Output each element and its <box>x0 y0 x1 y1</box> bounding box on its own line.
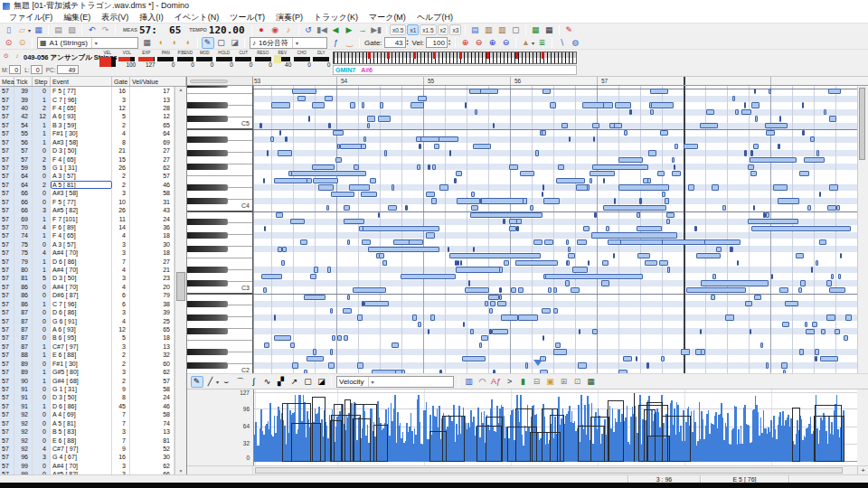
midi-note[interactable] <box>578 362 588 368</box>
col-header-mea[interactable]: Mea <box>0 77 14 86</box>
midi-note[interactable] <box>544 239 552 245</box>
midi-note[interactable] <box>558 164 564 170</box>
speed-x1.5[interactable]: x1.5 <box>420 24 436 35</box>
midi-note[interactable] <box>603 178 605 183</box>
midi-note[interactable] <box>367 123 370 128</box>
midi-note[interactable] <box>439 184 449 190</box>
event-row[interactable]: 57640A 3 [ 57]257 <box>0 172 186 180</box>
midi-note[interactable] <box>688 184 694 190</box>
midi-note[interactable] <box>783 370 786 373</box>
midi-note[interactable] <box>666 212 675 218</box>
midi-note[interactable] <box>648 150 656 155</box>
midi-note[interactable] <box>590 178 592 183</box>
instrument-list-icon[interactable]: ▥ <box>482 24 495 36</box>
midi-note[interactable] <box>542 184 544 190</box>
meter-bar[interactable] <box>118 57 135 61</box>
midi-note[interactable] <box>308 116 310 121</box>
midi-note[interactable] <box>636 356 637 361</box>
note-grid[interactable] <box>253 86 857 373</box>
step-forward-icon[interactable]: → <box>356 24 369 36</box>
midi-note[interactable] <box>501 314 519 320</box>
midi-note[interactable] <box>370 178 376 183</box>
midi-note[interactable] <box>310 274 316 279</box>
midi-note[interactable] <box>650 89 668 94</box>
midi-note[interactable] <box>737 260 739 266</box>
midi-note[interactable] <box>439 370 442 373</box>
midi-note[interactable] <box>401 274 457 279</box>
midi-note[interactable] <box>540 370 549 373</box>
midi-note[interactable] <box>613 253 615 258</box>
midi-note[interactable] <box>748 219 799 224</box>
black-key[interactable] <box>187 219 228 225</box>
midi-note[interactable] <box>493 123 495 128</box>
new-file-icon[interactable]: ▯ <box>3 24 15 36</box>
midi-note[interactable] <box>637 253 650 258</box>
midi-note[interactable] <box>312 164 335 170</box>
midi-note[interactable] <box>327 267 331 272</box>
midi-note[interactable] <box>807 205 811 211</box>
vel-pen-tool-icon[interactable]: ✎ <box>191 376 203 388</box>
midi-note[interactable] <box>779 287 788 293</box>
menu-help[interactable]: ヘルプ(H) <box>411 12 458 23</box>
midi-note[interactable] <box>567 260 570 266</box>
midi-note[interactable] <box>430 314 435 320</box>
midi-note[interactable] <box>525 362 529 368</box>
midi-note[interactable] <box>659 260 668 266</box>
midi-note[interactable] <box>812 322 817 327</box>
meter-exp[interactable]: EXP127 <box>137 51 156 77</box>
record-icon[interactable]: ● <box>255 24 268 36</box>
midi-note[interactable] <box>651 102 674 108</box>
midi-note[interactable] <box>712 274 716 279</box>
midi-note[interactable] <box>568 247 571 252</box>
event-row[interactable]: 57704F 6 [ 89]1436 <box>0 223 186 231</box>
midi-note[interactable] <box>410 102 424 108</box>
midi-note[interactable] <box>603 205 666 211</box>
midi-note[interactable] <box>499 295 503 300</box>
midi-note[interactable] <box>431 198 437 203</box>
midi-note[interactable] <box>530 205 533 211</box>
midi-note[interactable] <box>542 308 551 314</box>
midi-note[interactable] <box>420 136 440 142</box>
menu-file[interactable]: ファイル(F) <box>4 12 58 23</box>
midi-note[interactable] <box>470 329 474 334</box>
midi-note[interactable] <box>735 109 739 115</box>
midi-note[interactable] <box>615 102 631 108</box>
meter-pan[interactable]: PAN0 <box>156 51 176 77</box>
midi-note[interactable] <box>748 164 754 170</box>
horizontal-scrollbar[interactable]: + <box>187 465 868 474</box>
midi-note[interactable] <box>773 184 788 190</box>
midi-note[interactable] <box>667 267 670 272</box>
midi-note[interactable] <box>460 260 462 266</box>
midi-note[interactable] <box>354 164 359 170</box>
black-key[interactable] <box>187 314 228 321</box>
midi-note[interactable] <box>657 171 665 176</box>
midi-note[interactable] <box>805 322 808 327</box>
event-row[interactable]: 574212A 6 [ 93]512 <box>0 112 186 120</box>
event-row[interactable]: 57920A 5 [ 81]774 <box>0 418 186 427</box>
event-row[interactable]: 57861C 7 [ 96]638 <box>0 300 186 308</box>
midi-note[interactable] <box>448 247 450 252</box>
midi-note[interactable] <box>618 370 627 373</box>
meter-bar[interactable] <box>216 57 232 61</box>
midi-note[interactable] <box>449 253 541 258</box>
ink-pen-icon[interactable]: ✎ <box>562 24 575 36</box>
midi-note[interactable] <box>361 192 377 197</box>
midi-note[interactable] <box>291 171 367 176</box>
rewind-icon[interactable]: ◀ <box>329 24 342 36</box>
speaker-up-icon[interactable]: ◖ <box>168 37 181 49</box>
midi-note[interactable] <box>457 198 480 203</box>
event-row[interactable]: 57860A#4 [ 70]420 <box>0 283 186 291</box>
black-key[interactable] <box>187 328 228 334</box>
midi-note[interactable] <box>744 102 746 108</box>
chevron-down-icon[interactable]: ▾ <box>292 38 298 48</box>
piano-keyboard[interactable]: C5C4C3C2 <box>187 86 253 373</box>
hscroll-thumb[interactable] <box>255 467 843 474</box>
event-row[interactable]: 57870A 6 [ 93]1265 <box>0 325 186 333</box>
midi-note[interactable] <box>271 102 290 108</box>
save-icon[interactable]: ▦ <box>33 24 45 36</box>
midi-note[interactable] <box>518 314 538 320</box>
event-row[interactable]: 57860D#6 [ 87]679 <box>0 291 186 299</box>
histogram-view-icon[interactable]: ▥ <box>463 376 476 388</box>
midi-note[interactable] <box>771 274 774 279</box>
midi-note[interactable] <box>750 171 758 176</box>
